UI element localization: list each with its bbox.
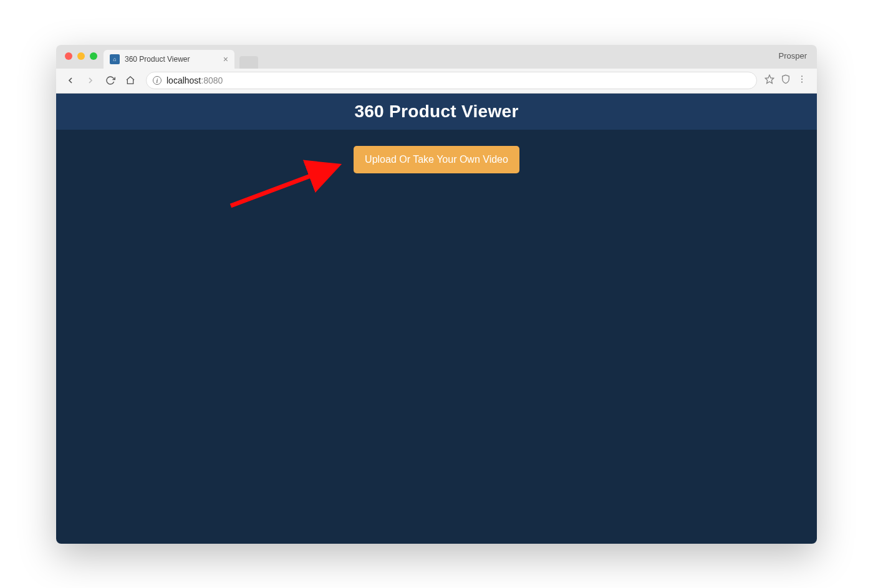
profile-label[interactable]: Prosper [778, 51, 807, 60]
menu-icon[interactable] [797, 74, 807, 87]
window-minimize-button[interactable] [77, 52, 85, 60]
arrow-annotation [224, 156, 349, 214]
forward-button[interactable] [82, 72, 99, 89]
page-header: 360 Product Viewer [56, 94, 817, 130]
url-port: :8080 [201, 75, 223, 85]
upload-button[interactable]: Upload Or Take Your Own Video [354, 146, 519, 173]
tab-title: 360 Product Viewer [125, 55, 190, 64]
toolbar-right [764, 74, 811, 87]
page-title: 360 Product Viewer [354, 102, 518, 122]
svg-line-5 [231, 167, 334, 206]
svg-point-1 [801, 75, 803, 77]
svg-marker-0 [765, 75, 773, 83]
close-icon[interactable]: × [223, 55, 228, 64]
upload-button-label: Upload Or Take Your Own Video [365, 154, 508, 165]
browser-toolbar: i localhost:8080 [56, 69, 817, 94]
back-button[interactable] [62, 72, 79, 89]
url-display: localhost:8080 [166, 75, 223, 85]
page-body: Upload Or Take Your Own Video [56, 130, 817, 544]
site-info-icon[interactable]: i [153, 76, 162, 85]
svg-point-3 [801, 82, 803, 83]
address-bar[interactable]: i localhost:8080 [146, 72, 757, 89]
window-traffic-lights [65, 52, 97, 60]
page-viewport: 360 Product Viewer Upload Or Take Your O… [56, 94, 817, 544]
tabs-container: ⌂ 360 Product Viewer × [104, 45, 258, 69]
url-host: localhost [166, 75, 201, 85]
window-close-button[interactable] [65, 52, 72, 60]
reload-button[interactable] [102, 72, 118, 89]
new-tab-button[interactable] [239, 56, 258, 69]
browser-window: ⌂ 360 Product Viewer × Prosper i localho… [56, 45, 817, 544]
browser-tab-strip: ⌂ 360 Product Viewer × Prosper [56, 45, 817, 69]
svg-point-2 [801, 79, 803, 80]
window-maximize-button[interactable] [90, 52, 97, 60]
bookmark-icon[interactable] [764, 74, 774, 87]
extension-icon[interactable] [781, 74, 791, 87]
home-button[interactable] [122, 72, 138, 89]
home-icon: ⌂ [110, 54, 120, 64]
browser-tab[interactable]: ⌂ 360 Product Viewer × [104, 50, 234, 69]
